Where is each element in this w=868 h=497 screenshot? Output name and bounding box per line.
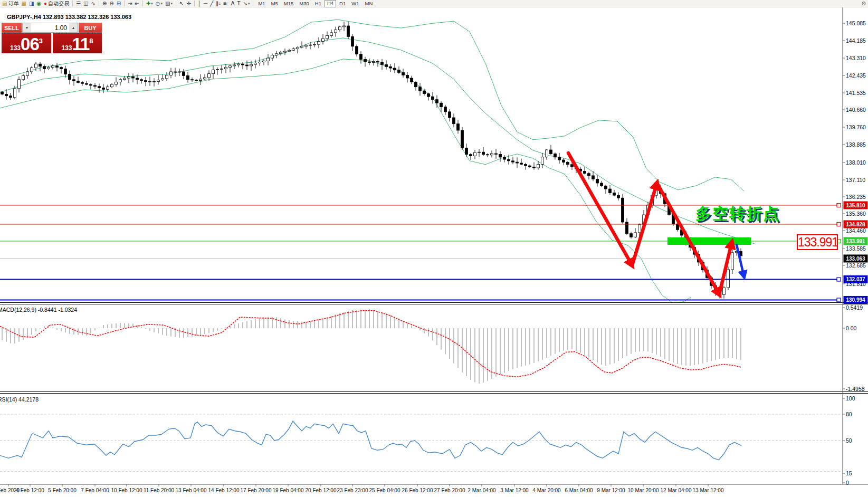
one-click-trading-widget: SELL ▼ ▲ BUY 133063 133118: [2, 23, 102, 53]
crosshair-icon: ✛: [186, 1, 190, 7]
volume-increase-button[interactable]: ▲: [69, 23, 78, 32]
text-icon[interactable]: A: [230, 1, 236, 7]
horizontal-line-icon: ─: [204, 1, 207, 7]
line-chart-icon: ∿: [91, 1, 96, 7]
ohlc-bars-icon[interactable]: ☰: [75, 1, 82, 7]
crosshair-icon[interactable]: ✛: [185, 1, 192, 7]
toolbar-separator: [72, 1, 73, 6]
sell-button[interactable]: SELL: [2, 23, 22, 33]
buy-price-big: 11: [72, 35, 89, 53]
arrows-icon[interactable]: ↘▾: [242, 1, 251, 7]
templates-icon: ▧: [165, 1, 170, 7]
volume-input[interactable]: [31, 23, 69, 32]
axis-tick-label: 139.760: [846, 124, 866, 130]
support-zone-bar[interactable]: [667, 237, 751, 245]
axis-tick-label: 138.010: [846, 159, 866, 166]
bollinger-middle: [0, 38, 755, 244]
timeframe-button-m30[interactable]: M30: [297, 1, 311, 7]
tile-windows-icon[interactable]: ⊞: [116, 1, 122, 7]
price-callout-box[interactable]: 133.991: [797, 234, 838, 250]
autotrade-button[interactable]: ●自动交易: [43, 1, 70, 7]
macd-pane[interactable]: MACD(12,26,9) -0.8441 -1.0324: [0, 307, 741, 384]
periods-clock-icon-dropdown[interactable]: ▾: [161, 2, 163, 6]
time-tick-label: 13 Mar 12:00: [693, 488, 724, 493]
cursor-icon[interactable]: ↖: [178, 1, 185, 7]
templates-icon[interactable]: ▧▾: [164, 1, 174, 7]
market-watch-icon: ◨: [29, 1, 34, 7]
axis-tick-label: 50: [846, 437, 852, 444]
time-tick-label: 2 Mar 04:00: [468, 488, 496, 493]
hline-130.994[interactable]: [0, 298, 841, 302]
search-icon: ⊙: [862, 1, 866, 7]
text-icon: A: [231, 1, 235, 7]
hline-handle[interactable]: [837, 298, 841, 302]
fibonacci-icon[interactable]: ≡F: [222, 1, 230, 7]
axis-tick-label: 138.885: [846, 141, 866, 148]
new-order-button[interactable]: ▤订单: [1, 1, 20, 7]
timeframe-button-w1[interactable]: W1: [349, 1, 361, 7]
axis-tick-label: 133.585: [846, 245, 866, 252]
hline-handle[interactable]: [837, 204, 841, 207]
vertical-line-icon: │: [198, 1, 201, 7]
timeframe-button-h4[interactable]: H4: [325, 0, 336, 7]
time-tick-label: 10 Mar 20:00: [628, 488, 659, 493]
time-tick-label: 7 Feb 04:00: [81, 488, 109, 493]
search-icon[interactable]: ⊙: [861, 1, 867, 7]
price-chart[interactable]: MACD(12,26,9) -0.8441 -1.0324RSI(14) 44.…: [0, 0, 868, 497]
bollinger-upper: [0, 20, 744, 191]
volume-decrease-button[interactable]: ▼: [23, 23, 31, 32]
templates-icon-dropdown[interactable]: ▾: [171, 2, 173, 6]
blue-down-arrow[interactable]: [737, 245, 744, 276]
chart-window-icon: ▦: [21, 1, 26, 7]
arrows-icon-dropdown[interactable]: ▾: [248, 2, 250, 6]
timeframe-button-m1[interactable]: M1: [255, 1, 268, 7]
time-tick-label: 10 Feb 12:00: [111, 488, 142, 493]
horizontal-line-icon[interactable]: ─: [203, 1, 208, 7]
vertical-line-icon[interactable]: │: [197, 1, 202, 7]
timeframe-button-m5[interactable]: M5: [269, 1, 281, 7]
timeframe-button-mn[interactable]: MN: [363, 1, 376, 7]
price-axis[interactable]: 145.085144.185143.310142.435141.535140.6…: [843, 7, 868, 486]
axis-tick-label: 137.110: [846, 177, 865, 183]
candlestick-chart-icon[interactable]: ◫: [82, 1, 89, 7]
turning-point-annotation[interactable]: 多空转折点: [695, 203, 780, 225]
timeframe-button-m15[interactable]: M15: [281, 1, 296, 7]
new-order-button-label: 订单: [8, 0, 18, 7]
axis-tick-label: 136.235: [846, 194, 866, 200]
zoom-in-icon[interactable]: ⊕: [101, 1, 108, 7]
volume-stepper[interactable]: ▼ ▲: [22, 23, 78, 33]
buy-price-panel[interactable]: 133118: [53, 33, 102, 53]
trendline-icon[interactable]: ╱: [209, 1, 214, 7]
market-watch-icon[interactable]: ◨: [28, 1, 35, 7]
rsi-pane[interactable]: RSI(14) 44.2178: [0, 396, 843, 471]
line-chart-icon[interactable]: ∿: [90, 1, 97, 7]
candlesticks: [1, 22, 742, 299]
hline-handle[interactable]: [837, 278, 841, 281]
chart-shift-icon[interactable]: ⇤: [134, 1, 140, 7]
hline-132.037[interactable]: [0, 278, 841, 281]
sell-price-panel[interactable]: 133063: [2, 33, 51, 53]
time-axis[interactable]: Feb 20204 Feb 12:005 Feb 20:007 Feb 04:0…: [0, 484, 868, 493]
time-tick-label: 27 Feb 20:00: [434, 488, 465, 493]
price-badge-134.828: 134.828: [844, 221, 868, 228]
new-chart-icon[interactable]: ✚▾: [145, 1, 154, 7]
zoom-out-icon[interactable]: ⊖: [108, 1, 115, 7]
time-tick-label: 25 Feb 04:00: [369, 488, 400, 493]
new-chart-icon-dropdown[interactable]: ▾: [151, 2, 153, 6]
time-tick-label: 20 Feb 12:00: [306, 488, 337, 493]
signal-icon[interactable]: ◉: [35, 1, 42, 7]
hline-handle[interactable]: [837, 223, 841, 226]
time-tick-label: 5 Feb 20:00: [48, 488, 77, 493]
channel-icon[interactable]: ∥E: [215, 1, 222, 7]
auto-scroll-icon[interactable]: ⇥: [127, 1, 133, 7]
buy-button[interactable]: BUY: [79, 23, 102, 33]
toolbar-separator: [253, 1, 253, 6]
timeframe-button-d1[interactable]: D1: [337, 1, 348, 7]
periods-clock-icon[interactable]: ◷▾: [155, 1, 164, 7]
timeframe-button-h1[interactable]: H1: [312, 1, 324, 7]
chart-window-icon[interactable]: ▦: [20, 1, 27, 7]
price-badge-132.037: 132.037: [844, 275, 868, 283]
autotrade-button: ●: [44, 1, 47, 7]
main-price-pane[interactable]: [0, 20, 841, 303]
text-label-icon[interactable]: T: [236, 1, 241, 7]
